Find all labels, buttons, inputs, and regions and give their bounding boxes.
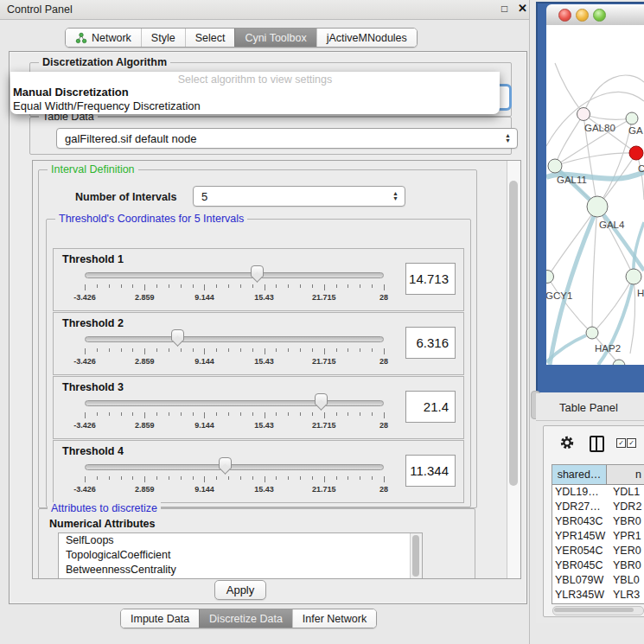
table-row[interactable]: YDL19…YDL1 <box>552 485 644 500</box>
attribute-item[interactable]: SelfLoops <box>59 533 422 548</box>
settings-scrollbar-thumb[interactable] <box>509 181 518 486</box>
node-gal80[interactable] <box>577 108 590 121</box>
table-data-select[interactable]: galFiltered.sif default node ▲▼ <box>56 128 518 149</box>
edge[interactable] <box>555 114 583 166</box>
close-window-icon[interactable] <box>558 9 571 22</box>
tab-network[interactable]: Network <box>66 29 141 47</box>
table-row[interactable]: YBR045CYBR0 <box>552 558 644 573</box>
tab-discretize-data[interactable]: Discretize Data <box>199 609 292 628</box>
tab-infer-network[interactable]: Infer Network <box>292 609 376 628</box>
edge[interactable] <box>555 63 583 114</box>
tick-mark <box>156 284 157 288</box>
table-row[interactable]: YBL079WYBL0 <box>552 573 644 588</box>
threshold-slider[interactable]: -3.4262.8599.14415.4321.71528 <box>85 377 384 438</box>
node-hap2[interactable] <box>586 327 598 339</box>
slider-thumb[interactable] <box>315 393 328 410</box>
close-panel-icon[interactable]: ✕ <box>518 2 527 15</box>
slider-thumb[interactable] <box>219 457 232 474</box>
node-gal4[interactable] <box>587 196 608 217</box>
column-header-shared-name[interactable]: shared… <box>552 465 607 484</box>
table-row[interactable]: YIL052CYIL0 <box>552 603 644 604</box>
edge[interactable] <box>597 207 634 277</box>
tick-mark <box>121 284 122 288</box>
control-panel: Control Panel □ ✕ NetworkStyleSelectCyni… <box>0 0 530 644</box>
column-header-name[interactable]: n <box>607 465 644 484</box>
edge[interactable] <box>555 153 636 166</box>
slider-track[interactable] <box>85 400 384 406</box>
node-label: GAL4 <box>599 220 625 230</box>
tab-jactivemnodules[interactable]: jActiveMNodules <box>316 29 417 47</box>
numerical-attributes-list[interactable]: SelfLoopsTopologicalCoefficientBetweenne… <box>58 532 423 579</box>
tick-mark <box>348 348 348 352</box>
slider-track[interactable] <box>85 464 384 470</box>
algorithm-option[interactable]: Manual Discretization <box>13 86 497 99</box>
node-gal11[interactable] <box>548 159 562 173</box>
tick-label: 2.859 <box>135 293 155 302</box>
node-ga[interactable] <box>626 112 638 124</box>
threshold-slider[interactable]: -3.4262.8599.14415.4321.71528 <box>85 441 384 502</box>
numerical-attributes-label: Numerical Attributes <box>49 518 155 530</box>
tick-mark <box>132 284 133 288</box>
algorithm-option[interactable]: Equal Width/Frequency Discretization <box>13 99 497 113</box>
apply-button[interactable]: Apply <box>214 580 266 600</box>
threshold-value-field[interactable]: 6.316 <box>405 327 456 359</box>
columns-icon[interactable] <box>590 436 604 452</box>
node-h[interactable] <box>626 269 641 284</box>
node-table[interactable]: shared…nYDL19…YDL1YDR27…YDR2YBR043CYBR0Y… <box>552 464 644 604</box>
tick-mark <box>384 348 385 354</box>
cell-name: YIL0 <box>609 603 644 604</box>
slider-thumb[interactable] <box>171 329 184 346</box>
tab-cyni-toolbox[interactable]: Cyni Toolbox <box>234 29 316 47</box>
threshold-slider[interactable]: -3.4262.8599.14415.4321.71528 <box>85 313 384 374</box>
tick-mark <box>372 476 373 480</box>
edge[interactable] <box>592 207 597 333</box>
float-window-icon[interactable]: □ <box>501 3 507 15</box>
table-h-scrollbar-thumb[interactable] <box>554 608 634 612</box>
table-h-scrollbar[interactable] <box>552 606 644 615</box>
network-canvas[interactable]: GAL80GACGAL11GAL4GCY1HHAP2 <box>546 25 644 365</box>
tick-mark <box>276 348 277 352</box>
tab-impute-data[interactable]: Impute Data <box>121 609 199 628</box>
tab-select[interactable]: Select <box>185 29 235 47</box>
list-scrollbar[interactable] <box>410 533 422 578</box>
table-row[interactable]: YBR043CYBR0 <box>552 514 644 529</box>
tick-mark <box>252 348 253 352</box>
table-row[interactable]: YLR345WYLR3 <box>552 588 644 603</box>
table-row[interactable]: YER054CYER0 <box>552 544 644 558</box>
number-of-intervals-select[interactable]: 5 ▲▼ <box>193 186 405 207</box>
gear-icon[interactable] <box>559 435 575 450</box>
tick-mark <box>216 412 217 416</box>
tick-mark <box>324 284 325 290</box>
settings-scrollbar[interactable] <box>507 161 520 578</box>
edge[interactable] <box>583 114 632 119</box>
tick-mark <box>121 476 122 480</box>
table-row[interactable]: YPR145WYPR1 <box>552 529 644 544</box>
slider-track[interactable] <box>85 272 384 278</box>
node-unnamed[interactable] <box>613 360 625 365</box>
edge[interactable] <box>583 75 644 114</box>
tab-style[interactable]: Style <box>141 29 185 47</box>
minimize-window-icon[interactable] <box>576 9 589 22</box>
slider-track[interactable] <box>85 336 384 342</box>
list-scrollbar-thumb[interactable] <box>412 535 419 577</box>
table-row[interactable]: YDR27…YDR2 <box>552 500 644 514</box>
select-columns-icon[interactable]: ✓ ✓ <box>616 438 636 448</box>
attribute-item[interactable]: TopologicalCoefficient <box>59 548 422 563</box>
cell-shared-name: YBR045C <box>552 558 609 573</box>
network-window-titlebar[interactable] <box>546 4 644 26</box>
network-graph[interactable]: GAL80GACGAL11GAL4GCY1HHAP2 <box>546 25 644 365</box>
threshold-value-field[interactable]: 14.713 <box>405 263 456 295</box>
node-gcy1[interactable] <box>546 271 554 284</box>
zoom-window-icon[interactable] <box>593 9 606 22</box>
threshold-value-field[interactable]: 21.4 <box>405 391 456 423</box>
threshold-row: Threshold 3-3.4262.8599.14415.4321.71528… <box>53 376 464 439</box>
node-c[interactable] <box>629 146 643 160</box>
node-label: GA <box>628 125 643 136</box>
slider-thumb[interactable] <box>251 265 264 282</box>
tick-mark <box>132 348 133 352</box>
attribute-item[interactable]: BetweennessCentrality <box>59 563 422 577</box>
tick-label: 2.859 <box>135 357 155 366</box>
cell-shared-name: YLR345W <box>552 588 609 603</box>
threshold-slider[interactable]: -3.4262.8599.14415.4321.71528 <box>85 249 384 310</box>
threshold-value-field[interactable]: 11.344 <box>405 455 456 487</box>
